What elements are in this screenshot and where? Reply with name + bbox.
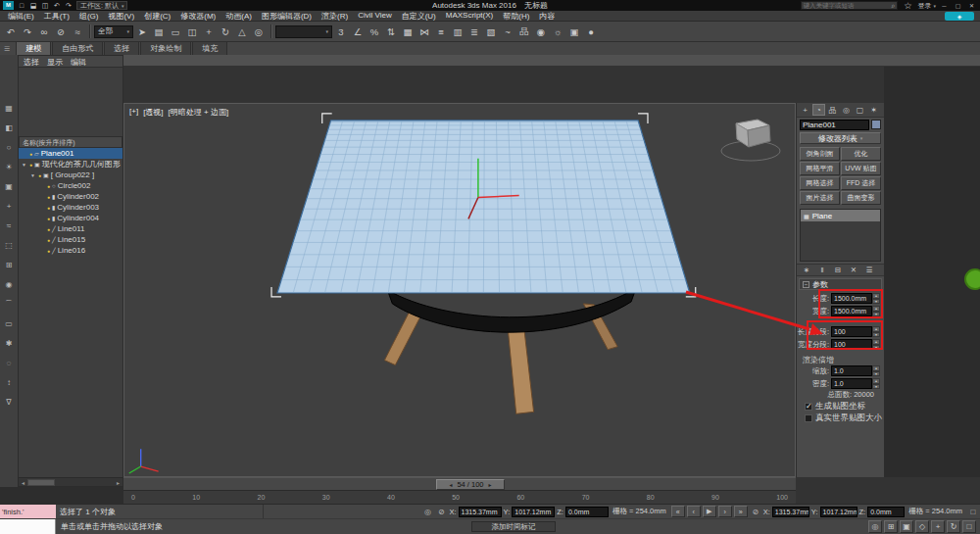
maximize-button[interactable]: ▢ bbox=[953, 1, 963, 10]
ribbon-tab[interactable]: 选择 bbox=[104, 41, 139, 55]
next-frame-icon[interactable]: ► bbox=[488, 482, 493, 488]
scroll-right-icon[interactable]: ▸ bbox=[114, 479, 122, 486]
close-button[interactable]: ✕ bbox=[966, 1, 977, 10]
toolbar-icon[interactable]: ➤ bbox=[134, 24, 150, 39]
toolbar-icon[interactable]: 3 bbox=[333, 24, 349, 39]
parameters-rollout-header[interactable]: −参数 bbox=[799, 278, 882, 290]
scene-object-row[interactable]: ● ╱ Line011 bbox=[19, 223, 122, 234]
toolbar-icon[interactable]: + bbox=[201, 24, 217, 39]
display-filter-icon[interactable]: ⌒ bbox=[2, 298, 16, 310]
menu-item[interactable]: MAXScript(X) bbox=[441, 11, 498, 22]
param-value-field[interactable]: 100 bbox=[831, 339, 872, 350]
explorer-horizontal-scrollbar[interactable]: ◂ ▸ bbox=[19, 477, 122, 486]
menu-item[interactable]: 工具(T) bbox=[39, 11, 74, 22]
object-name-field[interactable]: Plane001 bbox=[800, 120, 869, 130]
toolbar-icon[interactable]: ⊘ bbox=[53, 24, 69, 39]
workspace-selector[interactable]: 工作区: 默认▾ bbox=[76, 1, 127, 10]
menu-item[interactable]: 编辑(E) bbox=[3, 11, 39, 22]
menu-item[interactable]: 动画(A) bbox=[220, 11, 257, 22]
ribbon-collapsed-panel[interactable] bbox=[0, 55, 980, 67]
toolbar-icon[interactable]: ▥ bbox=[450, 24, 466, 39]
viewport-shading-menu[interactable]: [明暗处理 + 边面] bbox=[169, 107, 229, 118]
toolbar-icon[interactable]: ↻ bbox=[218, 24, 233, 39]
ribbon-tab[interactable]: 自由形式 bbox=[52, 41, 103, 55]
viewport-general-menu[interactable]: [+] bbox=[129, 107, 138, 118]
scene-object-row[interactable]: ● ╱ Line016 bbox=[19, 245, 122, 256]
display-filter-icon[interactable]: ⊞ bbox=[2, 259, 16, 270]
ribbon-tab[interactable]: 建模 bbox=[16, 41, 51, 55]
named-selection-sets-dropdown[interactable]: ▾ bbox=[275, 25, 332, 38]
visibility-bulb-icon[interactable]: ● bbox=[47, 237, 50, 243]
parameter-checkbox[interactable]: 生成贴图坐标 bbox=[799, 401, 882, 413]
visibility-bulb-icon[interactable]: ● bbox=[47, 216, 50, 221]
toolbar-icon[interactable]: ▭ bbox=[168, 24, 183, 39]
ribbon-tab[interactable]: 填充 bbox=[192, 41, 227, 55]
search-icon[interactable]: ⌕ bbox=[890, 2, 898, 10]
viewport-canvas[interactable] bbox=[124, 104, 795, 476]
display-filter-icon[interactable]: ▦ bbox=[2, 102, 16, 114]
param-spinner[interactable]: 1.0▴▾ bbox=[831, 365, 880, 376]
table-leg[interactable] bbox=[384, 311, 422, 365]
toolbar-icon[interactable]: ~ bbox=[500, 24, 515, 39]
toolbar-icon[interactable]: % bbox=[367, 24, 382, 39]
maxscript-listener-field[interactable] bbox=[0, 519, 56, 534]
menu-item[interactable]: 图形编辑器(D) bbox=[257, 11, 317, 22]
menu-item[interactable]: Civil View bbox=[353, 11, 397, 22]
scene-object-row[interactable]: ▼ ● ▣ 现代化的茶几几何图形 bbox=[19, 159, 122, 170]
viewport-nav-icon[interactable]: □ bbox=[962, 520, 976, 533]
toolbar-icon[interactable]: ∠ bbox=[350, 24, 366, 39]
scene-object-row[interactable]: ▼ ● ▣ [ Group022 ] bbox=[19, 170, 122, 180]
display-filter-icon[interactable]: ✱ bbox=[2, 337, 16, 349]
toolbar-icon[interactable]: ● bbox=[583, 24, 599, 39]
display-filter-icon[interactable]: ○ bbox=[2, 141, 16, 153]
track-bar[interactable]: 0102030405060708090100 bbox=[123, 490, 796, 504]
toolbar-icon[interactable]: ☼ bbox=[550, 24, 565, 39]
floating-overlay-button[interactable] bbox=[964, 268, 980, 290]
toolbar-icon[interactable]: ▦ bbox=[400, 24, 416, 39]
add-time-tag-button[interactable]: 添加时间标记 bbox=[471, 521, 556, 532]
scene-object-row[interactable]: ● ▱ Plane001 bbox=[19, 148, 122, 159]
viewport-nav-icon[interactable]: ⊞ bbox=[884, 520, 898, 533]
modifier-button[interactable]: 网格平滑 bbox=[800, 162, 840, 175]
toolbar-icon[interactable]: ↷ bbox=[64, 1, 74, 10]
toolbar-icon[interactable]: □ bbox=[17, 1, 26, 10]
toolbar-icon[interactable]: ◫ bbox=[184, 24, 200, 39]
command-panel-tab-icon[interactable]: + bbox=[799, 104, 811, 116]
playback-icon[interactable]: ▶ bbox=[703, 506, 716, 517]
viewport-nav-icon[interactable]: + bbox=[931, 520, 945, 533]
stack-tool-icon[interactable]: ‖ bbox=[815, 265, 829, 275]
parameter-checkbox[interactable]: 真实世界贴图大小 bbox=[799, 413, 882, 424]
y-coordinate-field[interactable]: 1017.12mm bbox=[512, 507, 555, 517]
z-coordinate-field[interactable]: 0.0mm bbox=[565, 507, 609, 517]
z-coordinate-field[interactable]: 0.0mm bbox=[867, 507, 905, 517]
scene-object-row[interactable]: ● ╱ Line015 bbox=[19, 234, 122, 245]
sign-in-button[interactable]: 登录▾ bbox=[917, 1, 936, 11]
infocenter-search[interactable]: ⌕ bbox=[801, 1, 899, 10]
maximize-viewport-icon[interactable]: □ bbox=[966, 505, 980, 518]
spinner-down-icon[interactable]: ▾ bbox=[872, 371, 880, 377]
param-spinner[interactable]: 100▴▾ bbox=[831, 339, 880, 350]
menu-item[interactable]: 组(G) bbox=[74, 11, 104, 22]
visibility-bulb-icon[interactable]: ● bbox=[47, 194, 50, 200]
stack-item[interactable]: ▦Plane bbox=[801, 210, 880, 221]
command-panel-tab-icon[interactable]: ▢ bbox=[854, 104, 866, 116]
modifier-button[interactable]: 面片选择 bbox=[800, 191, 840, 205]
checkbox-box[interactable] bbox=[805, 414, 812, 422]
checkbox-box[interactable] bbox=[805, 403, 812, 411]
scene-object-row[interactable]: ● ▮ Cylinder002 bbox=[19, 191, 122, 202]
playback-icon[interactable]: ‹ bbox=[687, 506, 701, 517]
selection-lock-toggle-icon[interactable]: ⊘ bbox=[749, 505, 762, 518]
modifier-button[interactable]: UVW 贴图 bbox=[841, 162, 881, 175]
spinner-down-icon[interactable]: ▾ bbox=[872, 345, 880, 351]
param-spinner[interactable]: 1.0▴▾ bbox=[831, 378, 880, 389]
stack-tool-icon[interactable]: ✕ bbox=[847, 265, 860, 275]
spinner-down-icon[interactable]: ▾ bbox=[872, 384, 880, 390]
visibility-bulb-icon[interactable]: ● bbox=[47, 226, 50, 232]
time-slider-handle[interactable]: ◄ 54 / 100 ► bbox=[436, 479, 505, 490]
scrollbar-thumb[interactable] bbox=[27, 479, 55, 486]
toolbar-icon[interactable]: ◎ bbox=[251, 24, 267, 39]
display-filter-icon[interactable]: ☀ bbox=[2, 161, 16, 172]
playback-icon[interactable]: › bbox=[718, 506, 732, 517]
display-filter-icon[interactable]: ↕ bbox=[2, 376, 16, 388]
modifier-button[interactable]: 倒角剖面 bbox=[800, 147, 840, 161]
